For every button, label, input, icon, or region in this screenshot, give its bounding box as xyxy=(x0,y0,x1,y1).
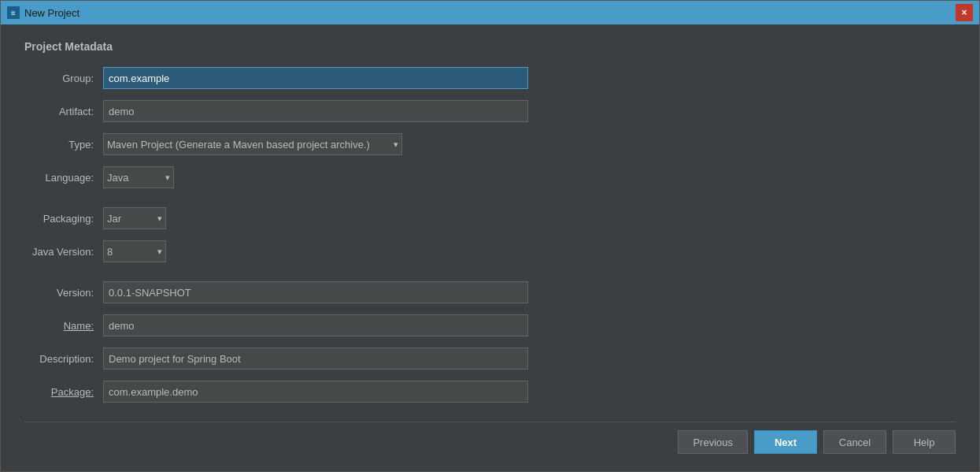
packaging-row: Packaging: Jar War xyxy=(24,207,956,229)
package-label: Package: xyxy=(24,386,103,398)
language-label: Language: xyxy=(24,172,103,184)
description-row: Description: xyxy=(24,347,956,370)
java-version-select-wrapper: 8 11 17 21 xyxy=(103,240,166,262)
type-label: Type: xyxy=(24,139,103,151)
button-row: Previous Next Cancel Help xyxy=(24,422,956,460)
language-select-wrapper: Java Kotlin Groovy xyxy=(103,166,174,188)
dialog-title: New Project xyxy=(24,7,80,19)
next-button[interactable]: Next xyxy=(754,430,817,454)
group-label: Group: xyxy=(24,72,103,84)
help-button[interactable]: Help xyxy=(893,430,956,454)
title-bar-left: ≡ New Project xyxy=(7,6,80,19)
version-row: Version: xyxy=(24,281,956,303)
name-row: Name: xyxy=(24,314,956,336)
group-row: Group: xyxy=(24,67,956,89)
app-icon: ≡ xyxy=(7,6,20,19)
cancel-button[interactable]: Cancel xyxy=(823,430,886,454)
packaging-label: Packaging: xyxy=(24,213,103,225)
divider1 xyxy=(24,199,956,207)
packaging-select[interactable]: Jar War xyxy=(103,207,166,229)
type-select[interactable]: Maven Project (Generate a Maven based pr… xyxy=(103,133,402,155)
language-row: Language: Java Kotlin Groovy xyxy=(24,166,956,188)
version-input[interactable] xyxy=(103,281,528,303)
package-input[interactable] xyxy=(103,381,528,403)
description-label: Description: xyxy=(24,353,103,365)
type-row: Type: Maven Project (Generate a Maven ba… xyxy=(24,133,956,155)
description-input[interactable] xyxy=(103,347,528,370)
group-input[interactable] xyxy=(103,67,528,89)
language-select[interactable]: Java Kotlin Groovy xyxy=(103,166,174,188)
name-input[interactable] xyxy=(103,314,528,336)
packaging-select-wrapper: Jar War xyxy=(103,207,166,229)
dialog-content: Project Metadata Group: Artifact: Type: … xyxy=(1,24,979,472)
previous-button[interactable]: Previous xyxy=(678,430,748,454)
form-area: Group: Artifact: Type: Maven Project (Ge… xyxy=(24,67,956,414)
java-version-row: Java Version: 8 11 17 21 xyxy=(24,240,956,262)
new-project-dialog: ≡ New Project × Project Metadata Group: … xyxy=(0,0,980,472)
section-title: Project Metadata xyxy=(24,40,956,53)
java-version-label: Java Version: xyxy=(24,246,103,258)
artifact-label: Artifact: xyxy=(24,106,103,117)
java-version-select[interactable]: 8 11 17 21 xyxy=(103,240,166,262)
artifact-row: Artifact: xyxy=(24,100,956,122)
name-label: Name: xyxy=(24,320,103,332)
package-row: Package: xyxy=(24,381,956,403)
close-button[interactable]: × xyxy=(956,4,973,21)
type-select-wrapper: Maven Project (Generate a Maven based pr… xyxy=(103,133,402,155)
artifact-input[interactable] xyxy=(103,100,528,122)
app-icon-symbol: ≡ xyxy=(11,9,16,17)
version-label: Version: xyxy=(24,287,103,299)
divider2 xyxy=(24,273,956,281)
title-bar: ≡ New Project × xyxy=(1,1,979,24)
close-icon: × xyxy=(961,7,967,18)
